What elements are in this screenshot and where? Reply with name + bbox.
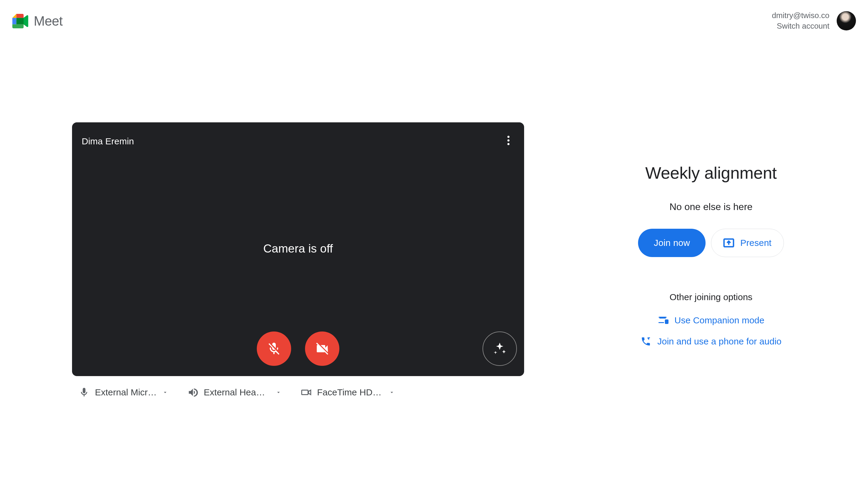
camera-label: FaceTime HD …	[317, 387, 383, 397]
app-header: Meet dmitry@twiso.co Switch account	[0, 0, 868, 36]
sparkle-icon	[493, 341, 507, 356]
svg-point-2	[507, 143, 510, 145]
toggle-camera-button[interactable]	[305, 332, 339, 366]
phone-audio-label: Join and use a phone for audio	[657, 336, 781, 346]
meeting-title: Weekly alignment	[645, 163, 777, 183]
mic-off-icon	[267, 341, 281, 356]
microphone-selector[interactable]: External Micr…	[79, 387, 168, 398]
self-preview-column: Dima Eremin Camera is off	[72, 122, 524, 398]
switch-account-link[interactable]: Switch account	[772, 21, 830, 31]
account-email: dmitry@twiso.co	[772, 10, 830, 21]
more-vert-icon	[507, 135, 510, 145]
speaker-selector[interactable]: External Head…	[187, 387, 281, 398]
phone-audio-link[interactable]: Join and use a phone for audio	[641, 336, 781, 347]
microphone-label: External Micr…	[95, 387, 157, 397]
camera-off-message: Camera is off	[263, 242, 333, 255]
tile-more-button[interactable]	[501, 133, 516, 148]
phone-icon	[641, 336, 651, 347]
devices-icon	[658, 315, 669, 326]
self-video-tile: Dima Eremin Camera is off	[72, 122, 524, 376]
product-name: Meet	[34, 13, 63, 29]
present-label: Present	[740, 238, 771, 248]
join-now-button[interactable]: Join now	[638, 229, 706, 257]
apply-visual-effects-button[interactable]	[483, 332, 517, 366]
chevron-down-icon	[276, 389, 281, 395]
companion-mode-label: Use Companion mode	[675, 315, 765, 326]
self-name-label: Dima Eremin	[82, 136, 134, 147]
toggle-mic-button[interactable]	[257, 332, 291, 366]
chevron-down-icon	[389, 389, 395, 395]
meet-logo-block[interactable]: Meet	[12, 13, 63, 29]
join-panel: Weekly alignment No one else is here Joi…	[599, 163, 823, 347]
meet-logo-icon	[12, 14, 30, 28]
svg-point-0	[507, 136, 510, 138]
svg-point-1	[507, 140, 510, 142]
camera-selector[interactable]: FaceTime HD …	[301, 387, 395, 398]
account-block: dmitry@twiso.co Switch account	[772, 10, 856, 31]
present-button[interactable]: Present	[711, 229, 784, 257]
microphone-icon	[79, 387, 90, 398]
camera-off-icon	[315, 341, 330, 356]
companion-mode-link[interactable]: Use Companion mode	[658, 315, 765, 326]
speaker-icon	[187, 387, 198, 398]
avatar[interactable]	[837, 11, 856, 30]
chevron-down-icon	[162, 389, 168, 395]
present-icon	[723, 238, 734, 247]
participants-status: No one else is here	[670, 201, 752, 212]
video-camera-icon	[301, 387, 312, 398]
speaker-label: External Head…	[204, 387, 270, 397]
other-joining-options-heading: Other joining options	[670, 292, 752, 302]
